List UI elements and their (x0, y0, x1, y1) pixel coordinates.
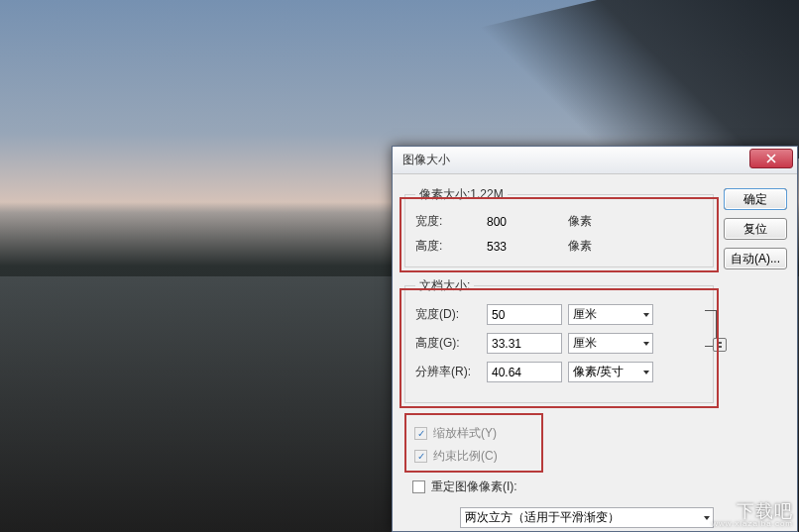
resample-label: 重定图像像素(I): (431, 479, 517, 495)
constrain-row: 约束比例(C) (414, 448, 535, 465)
scale-styles-row: 缩放样式(Y) (414, 425, 535, 442)
constrain-label: 约束比例(C) (433, 448, 498, 465)
building-silhouette (462, 0, 799, 159)
reset-button[interactable]: 复位 (724, 218, 787, 240)
image-size-dialog: 图像大小 像素大小:1.22M 宽度: 800 像素 高度: 533 像素 (392, 146, 798, 532)
doc-height-label: 高度(G): (415, 335, 481, 352)
pixel-width-row: 宽度: 800 像素 (415, 213, 703, 230)
watermark-main: 下载吧 (737, 502, 793, 520)
scale-styles-checkbox (414, 427, 427, 440)
doc-height-unit-value: 厘米 (573, 335, 597, 352)
resample-method-select[interactable]: 两次立方（适用于平滑渐变） (460, 507, 714, 528)
pixel-height-unit: 像素 (568, 238, 628, 255)
resample-checkbox[interactable] (412, 480, 425, 493)
doc-height-row: 高度(G): 厘米 (415, 333, 679, 354)
pixel-width-value: 800 (487, 215, 562, 229)
document-size-rows: 宽度(D): 厘米 高度(G): 厘米 (415, 304, 703, 382)
chevron-down-icon (642, 311, 650, 319)
pixel-height-label: 高度: (415, 238, 481, 255)
watermark: 下载吧 www.xiazaiba.com (712, 502, 793, 528)
doc-width-row: 宽度(D): 厘米 (415, 304, 679, 325)
document-size-legend: 文档大小: (415, 277, 474, 294)
document-size-group: 文档大小: 宽度(D): 厘米 高度(G): 厘米 (404, 277, 714, 403)
constrain-checkbox (414, 450, 427, 463)
chevron-down-icon (703, 514, 711, 522)
close-icon (766, 154, 776, 163)
dialog-titlebar[interactable]: 图像大小 (393, 147, 797, 174)
watermark-sub: www.xiazaiba.com (712, 520, 793, 528)
doc-res-input[interactable] (487, 362, 562, 382)
chevron-down-icon (642, 340, 650, 348)
doc-width-label: 宽度(D): (415, 306, 481, 323)
pixel-width-unit: 像素 (568, 213, 628, 230)
doc-resolution-row: 分辨率(R): 像素/英寸 (415, 362, 679, 382)
scale-styles-label: 缩放样式(Y) (433, 425, 497, 442)
doc-res-label: 分辨率(R): (415, 364, 481, 380)
doc-height-unit-select[interactable]: 厘米 (568, 333, 653, 354)
resample-row: 重定图像像素(I): (412, 479, 714, 495)
pixel-width-label: 宽度: (415, 213, 481, 230)
dialog-title: 图像大小 (402, 152, 450, 168)
pixel-size-legend: 像素大小:1.22M (415, 186, 508, 203)
reset-button-label: 复位 (743, 221, 767, 238)
scale-options-block: 缩放样式(Y) 约束比例(C) (404, 413, 543, 473)
pixel-height-value: 533 (487, 240, 562, 254)
auto-button-label: 自动(A)... (731, 251, 780, 267)
close-button[interactable] (749, 149, 793, 168)
dialog-button-column: 确定 复位 自动(A)... (724, 186, 787, 528)
pixel-height-row: 高度: 533 像素 (415, 238, 703, 255)
link-icon (713, 338, 727, 352)
pixel-size-group: 像素大小:1.22M 宽度: 800 像素 高度: 533 像素 (404, 186, 714, 267)
doc-width-unit-value: 厘米 (573, 306, 597, 323)
chevron-down-icon (642, 369, 650, 376)
doc-res-unit-value: 像素/英寸 (573, 364, 624, 380)
auto-button[interactable]: 自动(A)... (724, 248, 787, 269)
left-column: 像素大小:1.22M 宽度: 800 像素 高度: 533 像素 文档大小: 宽… (404, 186, 714, 528)
dialog-body: 像素大小:1.22M 宽度: 800 像素 高度: 533 像素 文档大小: 宽… (393, 174, 797, 532)
doc-width-input[interactable] (487, 304, 562, 325)
doc-width-unit-select[interactable]: 厘米 (568, 304, 653, 325)
doc-res-unit-select[interactable]: 像素/英寸 (568, 362, 653, 382)
ok-button[interactable]: 确定 (724, 188, 787, 210)
doc-height-input[interactable] (487, 333, 562, 354)
resample-method-value: 两次立方（适用于平滑渐变） (465, 509, 620, 526)
ok-button-label: 确定 (743, 191, 767, 208)
